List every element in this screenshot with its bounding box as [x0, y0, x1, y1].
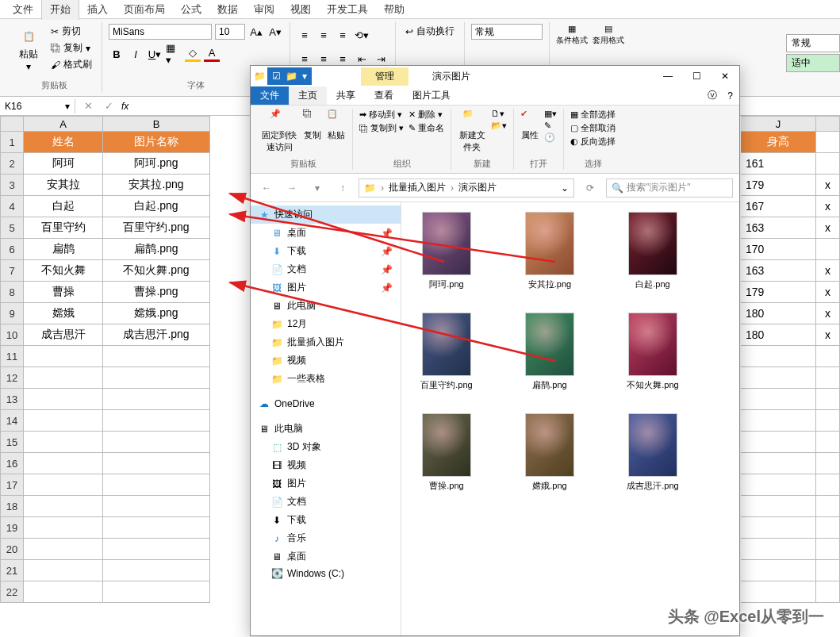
cancel-icon[interactable]: ✕ — [80, 98, 96, 114]
align-bottom-icon[interactable]: ≡ — [335, 27, 351, 43]
table-row[interactable] — [741, 517, 840, 539]
select-none-button[interactable]: ▢全部取消 — [570, 122, 616, 134]
align-center-icon[interactable]: ≡ — [316, 51, 332, 67]
cell[interactable] — [741, 474, 816, 496]
table-row[interactable] — [741, 346, 840, 367]
cell[interactable] — [24, 517, 103, 539]
cell[interactable]: x — [816, 324, 840, 346]
cell[interactable]: 阿珂 — [24, 153, 103, 175]
table-row[interactable] — [741, 453, 840, 474]
cell[interactable]: 图片名称 — [103, 132, 210, 153]
row-header[interactable]: 21 — [0, 560, 24, 581]
cell[interactable]: x — [816, 196, 840, 217]
cell[interactable]: 180 — [741, 303, 816, 324]
decrease-font-icon[interactable]: A▾ — [267, 24, 283, 40]
cell[interactable]: 曹操 — [24, 282, 103, 303]
align-middle-icon[interactable]: ≡ — [316, 27, 332, 43]
select-all-button[interactable]: ▦全部选择 — [570, 109, 616, 121]
nav-onedrive[interactable]: ☁OneDrive — [251, 396, 401, 412]
nav-desktop-lib[interactable]: 🖥桌面 — [251, 547, 401, 566]
cell[interactable] — [816, 389, 840, 410]
menu-file[interactable]: 文件 — [5, 0, 41, 20]
tab-image-tools[interactable]: 图片工具 — [403, 86, 460, 105]
cell[interactable] — [816, 453, 840, 474]
row-header[interactable]: 3 — [0, 175, 24, 196]
row-header[interactable]: 18 — [0, 496, 24, 517]
row-header[interactable]: 22 — [0, 581, 24, 603]
cell[interactable] — [24, 474, 103, 496]
maximize-button[interactable]: ☐ — [682, 66, 711, 86]
cell[interactable] — [816, 367, 840, 389]
paste-button[interactable]: 📋 粘贴 ▾ — [13, 24, 44, 74]
cell[interactable] — [741, 539, 816, 560]
search-input[interactable]: 🔍 搜索"演示图片" — [606, 178, 733, 198]
cell[interactable]: 163 — [741, 260, 816, 282]
close-button[interactable]: ✕ — [711, 66, 739, 86]
cell[interactable] — [24, 560, 103, 581]
nav-videos-lib[interactable]: 🎞视频 — [251, 456, 401, 474]
menu-view[interactable]: 视图 — [282, 0, 319, 20]
nav-downloads[interactable]: ⬇下载📌 — [251, 242, 401, 260]
nav-up-button[interactable]: ↑ — [333, 178, 352, 198]
nav-forward-button[interactable]: → — [282, 178, 301, 198]
nav-batch-insert[interactable]: 📁批量插入图片 — [251, 333, 401, 351]
file-item[interactable]: 扁鹊.png — [514, 313, 585, 391]
cell[interactable]: x — [816, 260, 840, 282]
help-icon[interactable]: ? — [727, 90, 733, 102]
explorer-file-grid[interactable]: 阿珂.png安其拉.png白起.png百里守约.png扁鹊.png不知火舞.pn… — [401, 202, 739, 635]
menu-help[interactable]: 帮助 — [376, 0, 412, 20]
cell[interactable]: 成吉思汗 — [24, 324, 103, 346]
cell[interactable]: 161 — [741, 153, 816, 175]
table-row[interactable] — [24, 367, 210, 389]
cell[interactable] — [741, 410, 816, 432]
table-row[interactable] — [24, 410, 210, 432]
cell[interactable] — [816, 474, 840, 496]
cell[interactable] — [741, 517, 816, 539]
table-row[interactable] — [741, 539, 840, 560]
collapse-ribbon-icon[interactable]: ⓥ — [708, 89, 717, 102]
copy-to-button[interactable]: ⿻复制到▾ — [359, 122, 404, 134]
cell[interactable] — [741, 389, 816, 410]
cell[interactable]: 安其拉 — [24, 175, 103, 196]
cell[interactable] — [103, 560, 210, 581]
refresh-button[interactable]: ⟳ — [581, 178, 600, 198]
cell[interactable]: 安其拉.png — [103, 175, 210, 196]
cell[interactable]: 曹操.png — [103, 282, 210, 303]
table-row[interactable]: 180x — [741, 303, 840, 324]
italic-button[interactable]: I — [128, 46, 144, 62]
row-header[interactable]: 15 — [0, 432, 24, 453]
cell[interactable]: 不知火舞.png — [103, 260, 210, 282]
history-icon[interactable]: 🕐 — [544, 132, 557, 143]
row-header[interactable]: 11 — [0, 346, 24, 367]
cell[interactable] — [816, 410, 840, 432]
file-item[interactable]: 不知火舞.png — [617, 313, 688, 391]
quick-access-toolbar[interactable]: ☑ 📁 ▾ — [267, 67, 312, 85]
cut-button[interactable]: ✂剪切 — [48, 24, 95, 39]
cell[interactable]: 179 — [741, 282, 816, 303]
file-item[interactable]: 安其拉.png — [514, 212, 585, 290]
underline-button[interactable]: U ▾ — [147, 46, 163, 62]
table-row[interactable] — [24, 389, 210, 410]
file-item[interactable]: 成吉思汗.png — [617, 413, 688, 492]
cell[interactable] — [103, 346, 210, 367]
wrap-text-button[interactable]: ↩自动换行 — [402, 24, 458, 39]
cell[interactable] — [24, 346, 103, 367]
align-right-icon[interactable]: ≡ — [335, 51, 351, 67]
nav-thispc-quick[interactable]: 🖥此电脑 — [251, 297, 401, 315]
increase-font-icon[interactable]: A▴ — [248, 24, 264, 40]
paste-button[interactable]: 📋粘贴 — [327, 109, 346, 141]
table-row[interactable]: 白起白起.png — [24, 196, 210, 217]
minimize-button[interactable]: — — [654, 66, 682, 86]
nav-downloads-lib[interactable]: ⬇下载 — [251, 511, 401, 529]
row-header[interactable]: 8 — [0, 282, 24, 303]
cell[interactable]: 百里守约.png — [103, 217, 210, 239]
table-row[interactable] — [741, 389, 840, 410]
nav-december[interactable]: 📁12月 — [251, 315, 401, 333]
file-item[interactable]: 曹操.png — [411, 413, 482, 492]
cell[interactable] — [816, 153, 840, 175]
border-button[interactable]: ▦ ▾ — [166, 46, 182, 62]
nav-desktop[interactable]: 🖥桌面📌 — [251, 224, 401, 242]
number-format-select[interactable] — [471, 24, 543, 40]
row-header[interactable]: 16 — [0, 453, 24, 474]
menu-layout[interactable]: 页面布局 — [116, 0, 173, 20]
